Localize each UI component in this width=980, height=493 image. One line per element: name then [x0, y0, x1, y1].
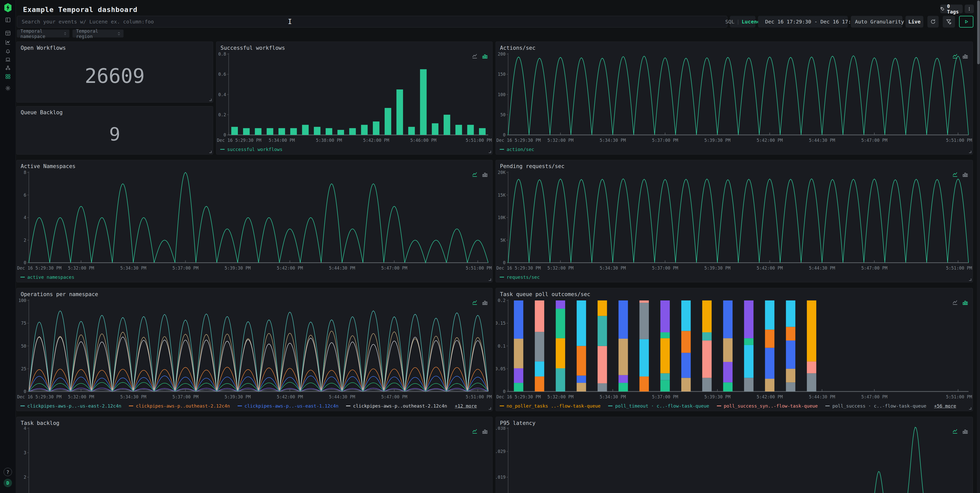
- resize-handle[interactable]: [489, 407, 491, 410]
- resize-handle[interactable]: [209, 151, 212, 153]
- area-chart-toggle-icon[interactable]: [952, 53, 959, 60]
- filter-temporal-namespace[interactable]: Temporal namespace: [17, 30, 69, 38]
- operations-per-namespace-plot[interactable]: 0255075100Dec 16 5:29:30 PM5:32:00 PM5:3…: [17, 298, 492, 402]
- legend-item[interactable]: poll_success · c..-flow-task-queue: [825, 403, 926, 409]
- svg-text:Dec 16 5:29:30 PM: Dec 16 5:29:30 PM: [217, 138, 261, 143]
- legend-item[interactable]: no_poller_tasks ..-flow-task-queue: [500, 403, 600, 409]
- successful-workflows-plot[interactable]: 00.20.40.60.8Dec 16 5:29:30 PM5:34:00 PM…: [216, 52, 492, 145]
- area-chart-toggle-icon[interactable]: [472, 428, 479, 435]
- svg-text:5:34:30 PM: 5:34:30 PM: [120, 394, 146, 399]
- resize-handle[interactable]: [969, 279, 971, 281]
- bar-chart-toggle-icon[interactable]: [482, 428, 488, 435]
- resize-handle[interactable]: [489, 151, 491, 153]
- area-chart-toggle-icon[interactable]: [472, 300, 479, 306]
- svg-text:0.4: 0.4: [218, 92, 226, 97]
- help-button[interactable]: ?: [3, 468, 12, 476]
- legend-item[interactable]: active namespaces: [21, 274, 74, 280]
- svg-text:5:39:30 PM: 5:39:30 PM: [704, 265, 730, 271]
- svg-text:5:44:30 PM: 5:44:30 PM: [809, 138, 835, 143]
- filter-button[interactable]: [943, 16, 955, 27]
- task-backlog-plot[interactable]: 234: [17, 427, 492, 493]
- svg-text:75: 75: [21, 320, 26, 326]
- area-chart-toggle-icon[interactable]: [952, 300, 959, 306]
- svg-text:5:42:00 PM: 5:42:00 PM: [757, 394, 783, 399]
- filter-temporal-region[interactable]: Temporal region: [73, 30, 124, 38]
- search-input[interactable]: [17, 16, 727, 27]
- live-button[interactable]: Live: [905, 16, 923, 27]
- chart-legend: successful workflows: [220, 147, 283, 152]
- svg-text:0.038: 0.038: [496, 427, 506, 431]
- resize-handle[interactable]: [489, 279, 491, 281]
- topology-nodes-icon[interactable]: [4, 64, 12, 72]
- active-namespaces-plot[interactable]: 02468Dec 16 5:29:30 PM5:32:00 PM5:34:30 …: [17, 170, 492, 273]
- svg-text:Dec 16 5:29:30 PM: Dec 16 5:29:30 PM: [496, 138, 541, 143]
- area-chart-toggle-icon[interactable]: [952, 428, 959, 435]
- lucene-option[interactable]: Lucene: [741, 19, 760, 25]
- tags-button[interactable]: 0 Tags: [940, 5, 963, 13]
- bar-chart-toggle-icon[interactable]: [962, 300, 969, 306]
- svg-text:5:39:30 PM: 5:39:30 PM: [224, 265, 251, 271]
- settings-gear-icon[interactable]: [4, 84, 12, 92]
- hosts-laptop-icon[interactable]: [4, 55, 12, 64]
- panel-successful-workflows: Successful workflows 00.20.40.60.8Dec 16…: [216, 41, 493, 155]
- pending-requests-plot[interactable]: 05K10K15K20KDec 16 5:29:30 PM5:32:00 PM5…: [496, 170, 973, 273]
- area-chart-toggle-icon[interactable]: [952, 171, 959, 178]
- resize-handle[interactable]: [209, 99, 212, 101]
- refresh-button[interactable]: [928, 16, 939, 27]
- svg-text:4: 4: [24, 427, 26, 431]
- svg-text:50: 50: [21, 344, 26, 349]
- svg-text:5:32:00 PM: 5:32:00 PM: [547, 138, 573, 143]
- page-title: Example Temporal dashboard: [23, 6, 138, 14]
- windows-icon[interactable]: [4, 29, 12, 37]
- granularity-select[interactable]: Auto Granularity: [851, 16, 902, 27]
- legend-item[interactable]: action/sec: [500, 147, 534, 152]
- svg-text:5:44:30 PM: 5:44:30 PM: [329, 394, 355, 399]
- legend-item[interactable]: clickpipes-aws-p..outheast-2.12c4n: [346, 403, 447, 409]
- dashboards-icon[interactable]: [4, 73, 12, 81]
- svg-text:5:39:30 PM: 5:39:30 PM: [704, 394, 730, 399]
- legend-item[interactable]: requests/sec: [500, 274, 540, 280]
- run-query-button[interactable]: [959, 16, 974, 27]
- svg-text:0: 0: [503, 389, 506, 394]
- date-range-picker[interactable]: Dec 16 17:29:30 - Dec 16 17:51:30: [758, 16, 848, 27]
- svg-text:5:32:00 PM: 5:32:00 PM: [68, 265, 94, 271]
- legend-item[interactable]: clickpipes-aws-p..outheast-2.12c4n: [129, 403, 230, 409]
- bar-chart-toggle-icon[interactable]: [962, 171, 969, 178]
- legend-more-link[interactable]: +12 more: [455, 403, 477, 409]
- app-logo-icon[interactable]: [3, 3, 13, 13]
- query-language-toggle[interactable]: SQL | Lucene: [730, 16, 756, 27]
- legend-item[interactable]: successful workflows: [220, 147, 283, 152]
- panel-title: P95 latency: [500, 420, 535, 426]
- bar-chart-toggle-icon[interactable]: [482, 53, 488, 60]
- area-chart-toggle-icon[interactable]: [472, 171, 479, 178]
- bar-chart-toggle-icon[interactable]: [482, 171, 488, 178]
- legend-item[interactable]: poll_success_syn..-flow-task-queue: [717, 403, 818, 409]
- bar-chart-toggle-icon[interactable]: [962, 53, 969, 60]
- panel-title: Task backlog: [21, 420, 59, 426]
- layout-panel-icon[interactable]: [4, 16, 12, 24]
- svg-text:5:42:00 PM: 5:42:00 PM: [757, 265, 783, 271]
- legend-item[interactable]: clickpipes-aws-p..-us-east-1.12c4n: [238, 403, 339, 409]
- kebab-menu-button[interactable]: [965, 5, 974, 13]
- resize-handle[interactable]: [969, 407, 971, 410]
- area-chart-toggle-icon[interactable]: [472, 53, 479, 60]
- resize-handle[interactable]: [969, 151, 971, 153]
- metrics-explorer-icon[interactable]: [4, 38, 12, 46]
- legend-label: requests/sec: [507, 274, 540, 280]
- legend-label: poll_success_syn..-flow-task-queue: [724, 403, 818, 409]
- alerts-bell-icon[interactable]: [4, 48, 12, 55]
- p95-latency-plot[interactable]: 0.0190.0290.038: [496, 427, 973, 493]
- legend-item[interactable]: clickpipes-aws-p..-us-east-2.12c4n: [21, 403, 121, 409]
- actions-sec-plot[interactable]: 050100150200Dec 16 5:29:30 PM5:32:00 PM5…: [496, 52, 973, 145]
- scrollbar-thumb[interactable]: [977, 0, 980, 64]
- user-avatar[interactable]: D: [3, 479, 12, 487]
- legend-more-link[interactable]: +56 more: [934, 403, 956, 409]
- task-queue-poll-outcomes-plot[interactable]: 00.050.10.150.2Dec 16 5:29:30 PM5:32:00 …: [496, 298, 973, 402]
- legend-item[interactable]: poll_timeout · c..-flow-task-queue: [608, 403, 709, 409]
- sql-option[interactable]: SQL: [725, 19, 735, 25]
- scrollbar-track[interactable]: [977, 0, 980, 493]
- bar-chart-toggle-icon[interactable]: [482, 300, 488, 306]
- bar-chart-toggle-icon[interactable]: [962, 428, 969, 435]
- svg-text:0.019: 0.019: [496, 475, 506, 480]
- svg-text:5:42:00 PM: 5:42:00 PM: [277, 394, 303, 399]
